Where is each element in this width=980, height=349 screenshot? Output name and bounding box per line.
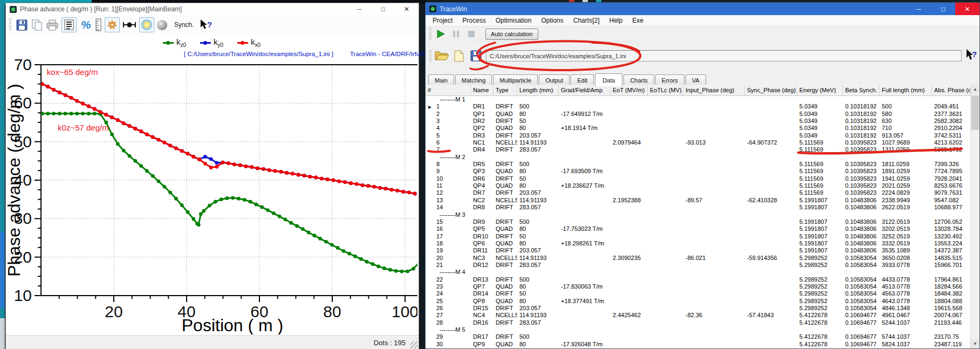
sphere-icon[interactable] (157, 18, 167, 32)
column-header[interactable]: EoT (MV/m) (611, 85, 648, 95)
table-row[interactable]: --------M 1 (426, 96, 971, 103)
table-row[interactable]: 30QP9QUAD80-17.926048 T/m5.41226780.1069… (426, 341, 971, 348)
print-icon[interactable] (46, 18, 59, 32)
copy-icon[interactable] (31, 18, 43, 32)
table-row[interactable]: --------M 2 (426, 154, 971, 161)
halo-orb-icon[interactable] (139, 17, 154, 32)
toolbar-grip[interactable] (429, 28, 431, 40)
minimize-button[interactable]: ─ (907, 3, 931, 15)
tab-va[interactable]: VA (686, 74, 706, 86)
table-row[interactable]: 22DR13DRIFT5005.29892520.105830544433.07… (426, 276, 971, 283)
tab-output[interactable]: Output (539, 74, 570, 86)
column-header[interactable]: Abs. Phase (d (932, 85, 971, 95)
table-row[interactable]: 16QP5QUAD80-17.753023 T/m5.19918070.1048… (426, 225, 971, 232)
column-header[interactable]: EoTLc (MV) (648, 85, 683, 95)
table-row[interactable]: 27NC4NCELLS114.911932.4425462-82.36-57.4… (426, 312, 971, 319)
table-row[interactable]: 8DR5DRIFT5005.1115690.103958231811.02597… (426, 161, 971, 168)
tab-main[interactable]: Main (428, 74, 454, 86)
table-row[interactable]: 2QP1QUAD80-17.649912 T/m5.03490.10318192… (426, 111, 971, 118)
table-row[interactable]: 18QP6QUAD80+18.298261 T/m5.19918070.1048… (426, 240, 971, 247)
menu-process[interactable]: Process (457, 15, 490, 26)
tab-data[interactable]: Data (595, 73, 622, 86)
minimize-button[interactable]: ─ (347, 3, 371, 15)
resize-grip[interactable] (410, 341, 417, 348)
settings-gear-icon[interactable] (105, 17, 120, 32)
menu-exe[interactable]: Exe (627, 15, 648, 26)
data-sheet-icon[interactable] (61, 17, 77, 32)
tab-matching[interactable]: Matching (455, 74, 492, 86)
auto-calculation-button[interactable]: Auto calculation (485, 29, 538, 40)
close-button[interactable]: ✕ (395, 3, 419, 15)
table-row[interactable]: 21DR12DRIFT283.0575.29892520.10583054393… (426, 262, 971, 269)
stop-icon[interactable] (467, 27, 476, 41)
tab-errors[interactable]: Errors (655, 74, 684, 86)
column-header[interactable]: Beta Synch. (843, 85, 880, 95)
table-row[interactable]: --------M 4 (426, 269, 971, 276)
table-row[interactable]: --------M 5 (426, 326, 971, 333)
table-scrollbar[interactable]: ▲ ▼ (970, 85, 979, 348)
save-icon[interactable] (16, 18, 28, 32)
table-row[interactable]: 29DR17DRIFT5005.41226780.106946775744.10… (426, 333, 971, 340)
table-row[interactable]: ▶1DR1DRIFT5005.03490.103181925002049.451 (426, 103, 971, 110)
column-header[interactable]: Full length (mm) (880, 85, 932, 95)
scroll-down-icon[interactable]: ▼ (971, 339, 979, 348)
menu-help[interactable]: Help (604, 15, 627, 26)
run-play-icon[interactable] (436, 27, 446, 41)
help-cursor-icon[interactable]: ? (199, 18, 213, 32)
save-icon[interactable] (470, 50, 482, 64)
table-row[interactable]: 7DR4DRIFT283.0575.1115690.103958231311.0… (426, 146, 971, 153)
table-row[interactable]: 31DR18DRIFT505.41226780.106946775874.103… (426, 348, 971, 348)
table-row[interactable]: 24DR14DRIFT505.29892520.105830544563.077… (426, 290, 971, 297)
table-row[interactable]: 12DR7DRIFT203.0575.1115690.103958232224.… (426, 189, 971, 196)
column-header[interactable]: Type (494, 85, 517, 95)
table-row[interactable]: 14DR8DRIFT283.0575.19918070.104838062622… (426, 204, 971, 211)
column-header[interactable]: Sync_Phase (deg) (745, 85, 797, 95)
ruler-icon[interactable] (95, 18, 102, 32)
column-header[interactable]: Name (471, 85, 494, 95)
left-window-titlebar[interactable]: Phase advance ( deg/m ) [Run: 1][Envelop… (6, 3, 419, 15)
menu-optimisation[interactable]: Optimisation (491, 15, 537, 26)
scroll-up-icon[interactable]: ▲ (971, 85, 979, 94)
tab-charts[interactable]: Charts (623, 74, 654, 86)
tab-edit[interactable]: Edit (571, 74, 594, 86)
open-folder-icon[interactable] (434, 49, 449, 64)
column-header[interactable]: Grad/Field/Amp (559, 85, 611, 95)
table-row[interactable]: 11QP4QUAD80+18.236627 T/m5.1115690.10395… (426, 182, 971, 189)
tracewin-titlebar[interactable]: TraceWin ─ □ ✕ (426, 3, 979, 15)
pause-icon[interactable] (452, 27, 461, 41)
table-row[interactable]: 17DR10DRIFT505.19918070.104838063252.051… (426, 233, 971, 240)
table-row[interactable]: 4QP2QUAD80+18.1914 T/m5.03490.1031819271… (426, 125, 971, 132)
table-row[interactable]: 13NC2NCELLS114.911932.1952388-89.57-62.4… (426, 197, 971, 204)
table-row[interactable]: 5DR3DRIFT203.0575.03490.10318192913.0573… (426, 132, 971, 139)
table-row[interactable]: --------M 3 (426, 211, 971, 218)
percent-icon[interactable]: % (79, 18, 93, 32)
table-row[interactable]: 6NC1NCELLS114.911932.0979464-93.013-64.9… (426, 139, 971, 146)
table-row[interactable]: 9QP3QUAD80-17.693509 T/m5.1115690.103958… (426, 168, 971, 175)
menu-charts2[interactable]: Charts[2] (568, 15, 605, 26)
tab-multiparticle[interactable]: Multiparticle (493, 74, 538, 86)
table-row[interactable]: 10DR6DRIFT505.1115690.103958231941.02597… (426, 175, 971, 182)
project-path-field[interactable]: C:/Users/bruce/TraceWin/doc/examples/Sup… (486, 50, 962, 61)
maximize-button[interactable]: □ (931, 3, 955, 15)
new-file-icon[interactable] (454, 50, 464, 65)
table-row[interactable]: 3DR2DRIFT505.03490.103181926302582.3082 (426, 118, 971, 125)
column-header[interactable]: Input_Phase (deg) (683, 85, 745, 95)
table-row[interactable]: 15DR9DRIFT5005.19918070.104838063122.051… (426, 218, 971, 225)
help-cursor-icon[interactable]: ? (965, 49, 978, 64)
close-button[interactable]: ✕ (955, 3, 979, 15)
menu-project[interactable]: Project (428, 15, 457, 26)
maximize-button[interactable]: □ (371, 3, 395, 15)
toolbar-grip[interactable] (9, 18, 11, 31)
toolbar-grip[interactable] (429, 50, 431, 63)
table-row[interactable]: 19DR11DRIFT203.0575.19918070.10483806353… (426, 247, 971, 254)
beam-focus-icon[interactable] (122, 18, 136, 32)
table-row[interactable]: 28DR16DRIFT283.0575.41226780.10694677524… (426, 319, 971, 326)
table-row[interactable]: 20NC3NCELLS114.911932.3090235-86.021-59.… (426, 255, 971, 262)
column-header[interactable]: # (426, 85, 471, 95)
table-row[interactable]: 23QP7QUAD80-17.830063 T/m5.29892520.1058… (426, 283, 971, 290)
menu-options[interactable]: Options (536, 15, 568, 26)
table-row[interactable]: 25QP8QUAD80+18.377491 T/m5.29892520.1058… (426, 298, 971, 305)
table-row[interactable]: 26DR15DRIFT203.0575.29892520.10583054484… (426, 305, 971, 312)
column-header[interactable]: Length (mm) (517, 85, 559, 95)
scrollbar-thumb[interactable] (971, 95, 979, 130)
